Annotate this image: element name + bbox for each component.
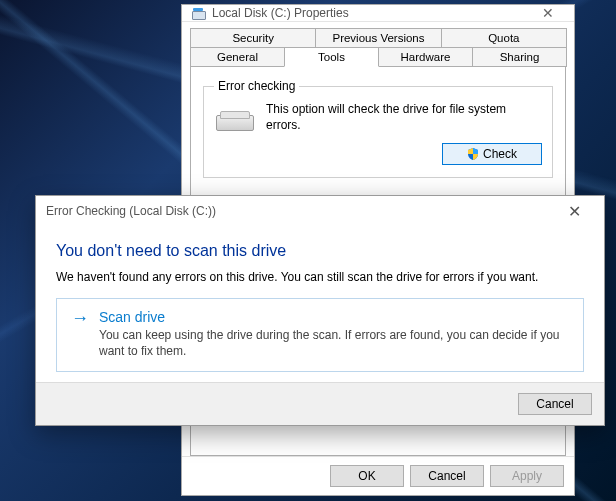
- dialog-title: Error Checking (Local Disk (C:)): [46, 204, 216, 218]
- drive-icon: [190, 5, 206, 21]
- tab-row-front: General Tools Hardware Sharing: [190, 47, 566, 67]
- tab-general[interactable]: General: [190, 47, 285, 67]
- apply-button[interactable]: Apply: [490, 465, 564, 487]
- error-checking-group: Error checking This option will check th…: [203, 79, 553, 178]
- close-icon[interactable]: ✕: [554, 196, 594, 226]
- scan-drive-option[interactable]: → Scan drive You can keep using the driv…: [56, 298, 584, 372]
- option-desc: You can keep using the drive during the …: [99, 327, 569, 359]
- dialog-body: You don't need to scan this drive We hav…: [36, 226, 604, 382]
- disk-drive-icon: [214, 105, 256, 135]
- dialog-message: We haven't found any errors on this driv…: [56, 270, 584, 284]
- titlebar[interactable]: Local Disk (C:) Properties ✕: [182, 5, 574, 22]
- dialog-footer: Cancel: [36, 382, 604, 425]
- check-button-label: Check: [483, 147, 517, 161]
- shield-icon: [467, 148, 479, 160]
- option-title: Scan drive: [99, 309, 569, 325]
- cancel-button[interactable]: Cancel: [518, 393, 592, 415]
- tab-hardware[interactable]: Hardware: [378, 47, 473, 67]
- error-checking-dialog: Error Checking (Local Disk (C:)) ✕ You d…: [35, 195, 605, 426]
- tab-sharing[interactable]: Sharing: [472, 47, 567, 67]
- tab-security[interactable]: Security: [190, 28, 316, 47]
- error-checking-desc: This option will check the drive for fil…: [266, 101, 542, 135]
- ok-button[interactable]: OK: [330, 465, 404, 487]
- dialog-heading: You don't need to scan this drive: [56, 242, 584, 260]
- close-icon[interactable]: ✕: [530, 5, 566, 21]
- tab-tools[interactable]: Tools: [284, 47, 379, 67]
- arrow-right-icon: →: [71, 309, 89, 359]
- check-button[interactable]: Check: [442, 143, 542, 165]
- properties-footer: OK Cancel Apply: [182, 456, 574, 495]
- tab-row-back: Security Previous Versions Quota: [190, 28, 566, 47]
- tab-previous-versions[interactable]: Previous Versions: [315, 28, 441, 47]
- window-title: Local Disk (C:) Properties: [212, 6, 530, 20]
- dialog-titlebar[interactable]: Error Checking (Local Disk (C:)) ✕: [36, 196, 604, 226]
- group-legend: Error checking: [214, 79, 299, 93]
- cancel-button[interactable]: Cancel: [410, 465, 484, 487]
- tab-quota[interactable]: Quota: [441, 28, 567, 47]
